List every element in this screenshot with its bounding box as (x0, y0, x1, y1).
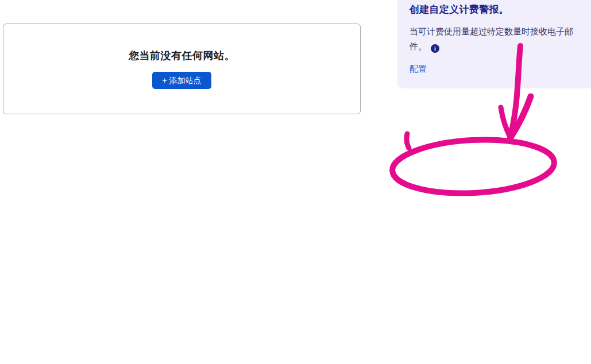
hand-drawn-arrow-left-wing (501, 107, 511, 138)
billing-panel-body: 当可计费使用量超过特定数量时接收电子邮件。i (410, 24, 583, 54)
configure-link[interactable]: 配置 (410, 64, 427, 75)
info-icon[interactable]: i (431, 44, 439, 53)
hand-drawn-circle (391, 136, 555, 198)
add-site-button[interactable]: + 添加站点 (152, 72, 211, 89)
hand-drawn-arrow-right-wing (510, 96, 531, 138)
empty-websites-card: 您当前没有任何网站。 + 添加站点 (3, 24, 361, 114)
billing-panel-title: 创建自定义计费警报。 (410, 3, 583, 16)
empty-state-title: 您当前没有任何网站。 (129, 49, 235, 63)
hand-drawn-circle-tail (407, 134, 409, 148)
billing-alert-panel: 创建自定义计费警报。 当可计费使用量超过特定数量时接收电子邮件。i 配置 (397, 0, 591, 88)
right-sidebar: 创建自定义计费警报。 当可计费使用量超过特定数量时接收电子邮件。i 配置 网页 … (397, 0, 591, 88)
